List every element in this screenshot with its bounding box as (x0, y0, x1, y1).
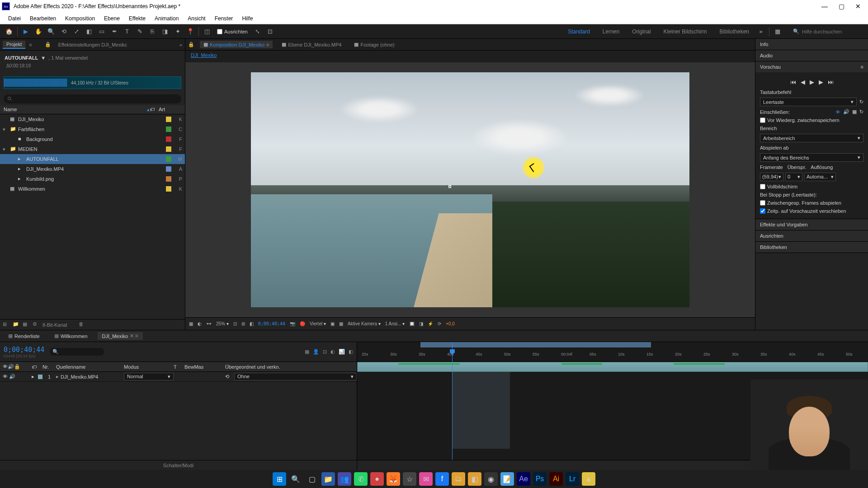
zoom-tool[interactable]: 🔍 (46, 26, 57, 37)
taskbar-explorer-icon[interactable]: 📁 (321, 472, 335, 486)
project-item[interactable]: ▸AUTOUNFALLM (0, 154, 185, 164)
view-icon-3[interactable]: ⚡ (428, 321, 433, 326)
taskbar-firefox-icon[interactable]: 🦊 (387, 472, 400, 486)
switches-toggle[interactable]: Schalter/Modi (0, 460, 357, 470)
taskbar-teams-icon[interactable]: 👥 (338, 472, 351, 486)
taskbar-search-icon[interactable]: 🔍 (289, 472, 302, 486)
playfrom-select[interactable]: Anfang des Bereichs▾ (760, 153, 863, 162)
play-button[interactable]: ▶ (810, 79, 814, 85)
project-search[interactable] (4, 94, 181, 103)
shy-icon[interactable]: 👤 (313, 349, 319, 355)
project-item[interactable]: ▾📁MEDIENF (0, 144, 185, 154)
taskbar-ai-icon[interactable]: Ai (549, 472, 563, 486)
timeline-tab[interactable]: ▦ Willkommen (50, 332, 92, 340)
brush-tool[interactable]: ✎ (134, 26, 145, 37)
view-icon-2[interactable]: ◨ (419, 321, 423, 326)
taskbar-obs-icon[interactable]: ◉ (484, 472, 498, 486)
timeline-search[interactable]: 🔍 (50, 348, 104, 356)
project-tab[interactable]: Projekt (3, 41, 25, 49)
menu-animation[interactable]: Animation (150, 15, 183, 22)
taskbar-facebook-icon[interactable]: f (435, 472, 449, 486)
project-item[interactable]: ▦DJI_MexikoK (0, 114, 185, 124)
graph-editor-icon[interactable]: 📊 (339, 349, 345, 355)
home-button[interactable]: 🏠 (4, 26, 14, 37)
info-panel-header[interactable]: Info (755, 39, 868, 50)
orbit-tool[interactable]: ⟲ (58, 26, 69, 37)
region-icon[interactable]: ▣ (330, 321, 335, 326)
menu-hilfe[interactable]: Hilfe (237, 15, 257, 22)
libraries-panel-header[interactable]: Bibliotheken (755, 242, 868, 253)
trash-icon[interactable]: 🗑 (79, 321, 86, 328)
timecode-display[interactable]: 0;00;40;44 (258, 321, 285, 326)
zoom-select[interactable]: 25% ▾ (216, 321, 229, 326)
mode-select[interactable]: Normal▾ (124, 373, 174, 380)
last-frame-button[interactable]: ⏭ (828, 79, 834, 85)
taskbar-start-icon[interactable]: ⊞ (273, 472, 286, 486)
work-area-bar[interactable] (420, 342, 651, 347)
mask-icon[interactable]: ◐ (198, 321, 202, 326)
workspace-bibliotheken[interactable]: Bibliotheken (720, 28, 749, 35)
fullscreen-checkbox[interactable]: Vollbildschirm (760, 183, 863, 191)
comp-viewer[interactable] (185, 62, 755, 317)
timeline-tab[interactable]: ▦ Renderliste (4, 332, 44, 340)
taskbar-ps-icon[interactable]: Ps (533, 472, 547, 486)
close-button[interactable]: ✕ (855, 3, 861, 10)
snapshot-icon[interactable]: 📷 (290, 321, 295, 326)
reset-icon[interactable]: ↻ (859, 99, 863, 105)
snap-option-1[interactable]: ⤡ (252, 26, 263, 37)
menu-ansicht[interactable]: Ansicht (183, 15, 210, 22)
type-tool[interactable]: T (122, 26, 132, 37)
menu-bearbeiten[interactable]: Bearbeiten (25, 15, 61, 22)
taskbar-files-icon[interactable]: 🗂 (452, 472, 465, 486)
channel-icon[interactable]: ◧ (250, 321, 254, 326)
frame-blend-icon[interactable]: ⊡ (323, 349, 327, 355)
minimize-button[interactable]: — (821, 3, 828, 10)
movetime-checkbox[interactable]: Zeitp. auf Vorschauzeit verschieben (760, 207, 863, 215)
timeline-layer-row[interactable]: 👁 🔊 ▸ 1 ▸ DJI_Mexiko.MP4 Normal▾ ⟲ Ohne▾ (0, 372, 357, 382)
menu-effekte[interactable]: Effekte (124, 15, 150, 22)
exposure-value[interactable]: +0,0 (446, 321, 455, 326)
workspace-more[interactable]: » (755, 26, 766, 37)
resolution-input[interactable]: Automa...▾ (804, 173, 836, 181)
skip-input[interactable]: 0▾ (785, 173, 802, 181)
snapping-checkbox[interactable]: Ausrichten (217, 29, 248, 34)
taskbar-lr-icon[interactable]: Lr (566, 472, 579, 486)
workspace-original[interactable]: Original (632, 28, 651, 35)
parent-select[interactable]: Ohne▾ (234, 373, 357, 380)
next-frame-button[interactable]: ▶ (819, 79, 823, 85)
effects-panel-header[interactable]: Effekte und Vorgaben (755, 219, 868, 230)
roto-tool[interactable]: ✦ (172, 26, 183, 37)
asset-dropdown[interactable]: ▼ (41, 55, 46, 61)
framerate-input[interactable]: (59,94)▾ (760, 173, 783, 181)
workspace-kleiner bildschirm[interactable]: Kleiner Bildschirm (664, 28, 707, 35)
alpha-icon[interactable]: ▦ (189, 321, 193, 326)
camera-select[interactable]: Aktive Kamera ▾ (348, 321, 381, 326)
pen-tool[interactable]: ✒ (109, 26, 120, 37)
camera-tool[interactable]: ◧ (84, 26, 94, 37)
new-folder-icon[interactable]: 📁 (13, 321, 20, 328)
tool-option[interactable]: ◫ (202, 26, 212, 37)
taskbar-notepad-icon[interactable]: 📝 (500, 472, 514, 486)
project-item[interactable]: ▾📁FarbflächenC (0, 124, 185, 134)
shortcut-select[interactable]: Leertaste▾ (760, 98, 857, 106)
menu-ebene[interactable]: Ebene (99, 15, 124, 22)
taskbar-app3-icon[interactable]: ◧ (468, 472, 481, 486)
selection-tool[interactable]: ▶ (20, 26, 31, 37)
menu-fenster[interactable]: Fenster (210, 15, 238, 22)
comp-flowchart[interactable]: DJI_Mexiko (185, 51, 755, 62)
preview-panel-header[interactable]: Vorschau≡ (755, 61, 868, 72)
comp-tab[interactable]: ▦Footage (ohne) (350, 41, 398, 48)
view-icon-1[interactable]: 🔲 (409, 321, 415, 326)
comp-tab[interactable]: ▦Komposition DJI_Mexiko ≡ (200, 41, 273, 48)
snap-option-2[interactable]: ⊡ (265, 26, 276, 37)
color-icon[interactable]: 🔴 (300, 321, 305, 326)
grid-icon[interactable]: ⊞ (241, 321, 245, 326)
overlay-toggle-icon[interactable]: ▦ (852, 109, 857, 115)
taskbar-taskview-icon[interactable]: ▢ (305, 472, 319, 486)
workspace-standard[interactable]: Standard (568, 28, 590, 35)
workspace-reset[interactable]: ▦ (772, 26, 783, 37)
eraser-tool[interactable]: ◨ (160, 26, 170, 37)
comp-mini-icon[interactable]: ▦ (305, 349, 309, 355)
res-select[interactable]: Viertel ▾ (310, 321, 326, 326)
brainstorm-icon[interactable]: ◧ (349, 349, 353, 355)
